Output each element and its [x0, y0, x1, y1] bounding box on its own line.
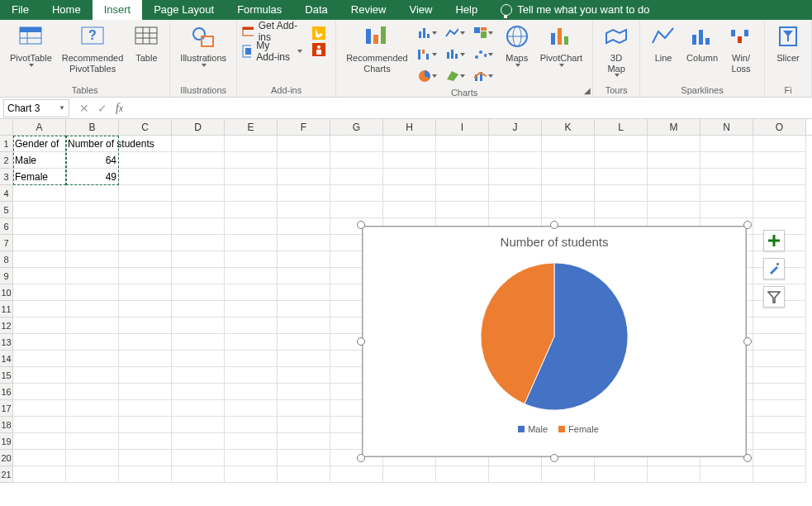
chart-filters-button[interactable]: [763, 286, 785, 308]
cell-H5[interactable]: [383, 202, 436, 218]
colhdr-F[interactable]: F: [278, 119, 330, 135]
colhdr-B[interactable]: B: [66, 119, 119, 135]
cell-F2[interactable]: [278, 152, 330, 169]
cell-F13[interactable]: [278, 334, 330, 351]
sparkline-line-button[interactable]: Line: [645, 23, 681, 75]
embedded-chart[interactable]: Number of students Male Female: [357, 221, 752, 462]
recommended-pivot-button[interactable]: ? Recommended PivotTables: [57, 23, 129, 75]
cell-J4[interactable]: [489, 185, 542, 202]
cell-D6[interactable]: [172, 218, 225, 235]
cell-G5[interactable]: [330, 202, 383, 218]
cell-D18[interactable]: [172, 417, 225, 433]
cell-B8[interactable]: [66, 251, 119, 268]
cell-E13[interactable]: [225, 334, 278, 351]
cell-J2[interactable]: [489, 152, 542, 169]
resize-handle-t[interactable]: [550, 221, 558, 229]
cell-F6[interactable]: [278, 218, 330, 235]
cell-C4[interactable]: [119, 185, 172, 202]
cell-O2[interactable]: [753, 152, 806, 169]
cell-L1[interactable]: [595, 136, 648, 152]
colhdr-K[interactable]: K: [542, 119, 595, 135]
charts-dialog-launcher[interactable]: ◢: [584, 86, 591, 95]
cell-E9[interactable]: [225, 268, 278, 284]
rowhdr-9[interactable]: 9: [0, 268, 13, 284]
cell-D1[interactable]: [172, 136, 225, 152]
cell-B1[interactable]: Number of students: [66, 136, 119, 152]
cell-C6[interactable]: [119, 218, 172, 235]
cell-C11[interactable]: [119, 301, 172, 317]
resize-handle-br[interactable]: [743, 454, 752, 462]
cell-B10[interactable]: [66, 284, 119, 301]
cell-L2[interactable]: [595, 152, 648, 169]
cell-A8[interactable]: [13, 251, 66, 268]
chart-legend[interactable]: Male Female: [363, 424, 746, 434]
cell-F9[interactable]: [278, 268, 330, 284]
cell-B7[interactable]: [66, 235, 119, 251]
cell-B11[interactable]: [66, 301, 119, 317]
cell-O14[interactable]: [753, 351, 806, 367]
cell-N4[interactable]: [700, 185, 753, 202]
cell-A14[interactable]: [13, 351, 66, 367]
cell-E1[interactable]: [225, 136, 278, 152]
colhdr-H[interactable]: H: [383, 119, 436, 135]
cell-E6[interactable]: [225, 218, 278, 235]
cell-D11[interactable]: [172, 301, 225, 317]
cell-F11[interactable]: [278, 301, 330, 317]
cell-M4[interactable]: [648, 185, 700, 202]
sparkline-winloss-button[interactable]: Win/ Loss: [723, 23, 759, 75]
cell-A12[interactable]: [13, 317, 66, 334]
colhdr-I[interactable]: I: [436, 119, 489, 135]
recommended-charts-button[interactable]: Recommended Charts: [341, 23, 413, 88]
cell-C19[interactable]: [119, 433, 172, 450]
colhdr-E[interactable]: E: [225, 119, 278, 135]
cell-A17[interactable]: [13, 400, 66, 417]
cell-C21[interactable]: [119, 466, 172, 483]
cell-G21[interactable]: [330, 466, 383, 483]
cell-E19[interactable]: [225, 433, 278, 450]
cell-D20[interactable]: [172, 450, 225, 466]
cell-C3[interactable]: [119, 169, 172, 185]
rowhdr-14[interactable]: 14: [0, 351, 13, 367]
maps-button[interactable]: Maps: [499, 23, 535, 88]
chart-plot-area[interactable]: Number of students Male Female: [362, 226, 747, 457]
cell-C16[interactable]: [119, 384, 172, 400]
cell-E12[interactable]: [225, 317, 278, 334]
cell-O15[interactable]: [753, 367, 806, 384]
cell-D4[interactable]: [172, 185, 225, 202]
cell-A15[interactable]: [13, 367, 66, 384]
cell-J5[interactable]: [489, 202, 542, 218]
resize-handle-tr[interactable]: [743, 221, 752, 229]
tab-page-layout[interactable]: Page Layout: [142, 0, 226, 20]
cell-B16[interactable]: [66, 384, 119, 400]
slicer-button[interactable]: Slicer: [770, 23, 806, 65]
cell-G2[interactable]: [330, 152, 383, 169]
cell-N2[interactable]: [700, 152, 753, 169]
cell-A10[interactable]: [13, 284, 66, 301]
rowhdr-15[interactable]: 15: [0, 367, 13, 384]
cell-H4[interactable]: [383, 185, 436, 202]
cell-E17[interactable]: [225, 400, 278, 417]
cell-C14[interactable]: [119, 351, 172, 367]
cell-B3[interactable]: 49: [66, 169, 119, 185]
cell-M2[interactable]: [648, 152, 700, 169]
colhdr-N[interactable]: N: [700, 119, 753, 135]
cell-L21[interactable]: [595, 466, 648, 483]
colhdr-M[interactable]: M: [648, 119, 700, 135]
illustrations-button[interactable]: Illustrations: [175, 23, 231, 69]
pie-chart[interactable]: [472, 254, 637, 419]
rowhdr-8[interactable]: 8: [0, 251, 13, 268]
fx-icon[interactable]: fx: [116, 102, 123, 115]
cell-M5[interactable]: [648, 202, 700, 218]
cell-D16[interactable]: [172, 384, 225, 400]
cell-D19[interactable]: [172, 433, 225, 450]
cell-M1[interactable]: [648, 136, 700, 152]
tab-home[interactable]: Home: [40, 0, 93, 20]
cell-H2[interactable]: [383, 152, 436, 169]
cell-D17[interactable]: [172, 400, 225, 417]
resize-handle-b[interactable]: [550, 454, 558, 462]
cell-D13[interactable]: [172, 334, 225, 351]
cell-A21[interactable]: [13, 466, 66, 483]
rowhdr-13[interactable]: 13: [0, 334, 13, 351]
chart-title[interactable]: Number of students: [363, 227, 746, 249]
cell-D9[interactable]: [172, 268, 225, 284]
